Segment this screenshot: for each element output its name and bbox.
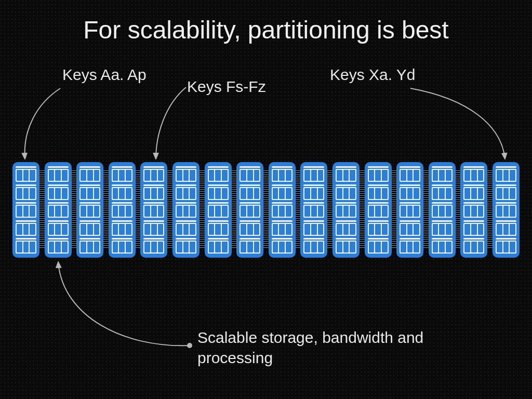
arrow-partition-2 (156, 87, 186, 159)
annotation-caption: Scalable storage, bandwidth and processi… (197, 327, 457, 368)
arrow-annotation (58, 262, 190, 345)
arrow-partition-3 (410, 88, 505, 159)
arrow-partition-1 (25, 88, 60, 159)
slide: For scalability, partitioning is best Ke… (0, 0, 532, 399)
